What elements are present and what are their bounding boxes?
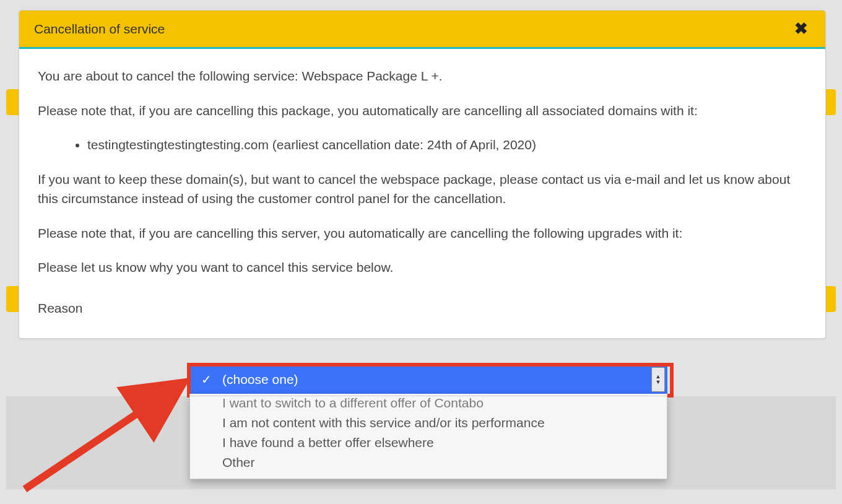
domains-note: Please note that, if you are cancelling … xyxy=(38,101,807,121)
dialog-header: Cancellation of service ✖ xyxy=(19,11,825,49)
domain-list-item: testingtestingtestingtesting.com (earlie… xyxy=(87,135,807,155)
check-icon: ✓ xyxy=(190,372,222,387)
domain-list: testingtestingtestingtesting.com (earlie… xyxy=(38,135,807,155)
reason-label: Reason xyxy=(38,292,204,318)
reason-row: Reason xyxy=(38,292,807,319)
app-canvas: Cancellation of service ✖ You are about … xyxy=(0,0,842,504)
keep-domains-note: If you want to keep these domain(s), but… xyxy=(38,170,807,209)
close-icon[interactable]: ✖ xyxy=(792,19,810,38)
dialog-body: You are about to cancel the following se… xyxy=(19,49,825,338)
cancellation-dialog: Cancellation of service ✖ You are about … xyxy=(19,10,826,339)
select-stepper-icon: ▲▼ xyxy=(651,367,665,392)
dialog-title: Cancellation of service xyxy=(34,22,792,37)
reason-select-value: (choose one) xyxy=(222,372,651,387)
upgrades-note: Please note that, if you are cancelling … xyxy=(38,224,807,243)
intro-text: You are about to cancel the following se… xyxy=(38,66,807,86)
reason-select[interactable]: ✓ (choose one) ▲▼ xyxy=(189,365,667,394)
reason-option[interactable]: Other xyxy=(190,453,667,472)
reason-option[interactable]: I have found a better offer elsewhere xyxy=(190,433,667,453)
reason-select-dropdown: I want to switch to a different offer of… xyxy=(189,394,667,479)
reason-option[interactable]: I am not content with this service and/o… xyxy=(190,413,667,433)
reason-prompt: Please let us know why you want to cance… xyxy=(38,258,807,277)
reason-option[interactable]: I want to switch to a different offer of… xyxy=(190,396,667,413)
reason-select-container: ✓ (choose one) ▲▼ I want to switch to a … xyxy=(189,365,672,394)
